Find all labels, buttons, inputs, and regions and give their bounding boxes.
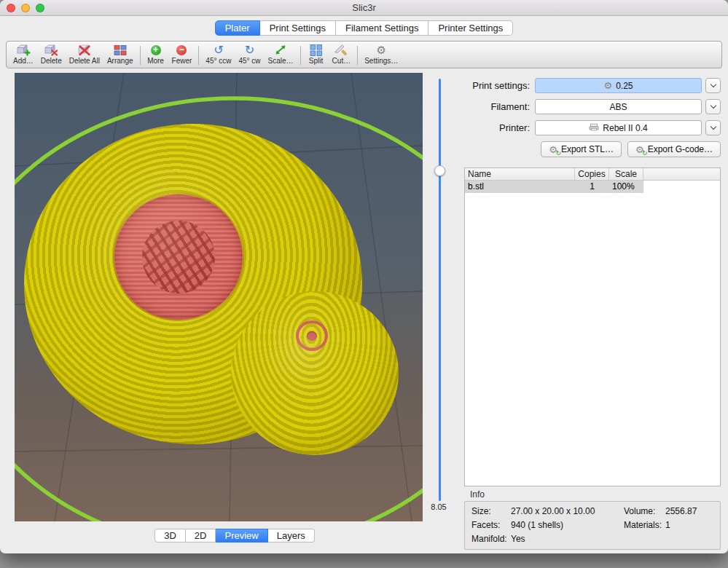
object-list: Name Copies Scale b.stl 1 100% (464, 167, 721, 486)
toolbar-cut-label: Cut… (332, 57, 351, 65)
toolbar-delete-all-button[interactable]: Delete All (66, 43, 103, 67)
toolbar-rotate-ccw-label: 45° ccw (206, 57, 231, 65)
toolbar-scale-button[interactable]: Scale… (265, 43, 297, 67)
layer-slider-track[interactable] (439, 79, 441, 501)
view-tab-2d[interactable]: 2D (186, 529, 216, 543)
facets-value: 940 (1 shells) (511, 518, 624, 532)
filament-dropdown-button[interactable] (705, 99, 721, 114)
toolbar-more-label: More (147, 57, 164, 65)
filament-value: ABS (609, 102, 627, 112)
volume-label: Volume: (624, 505, 665, 518)
toolbar-cut-button[interactable]: Cut… (329, 43, 355, 67)
chevron-down-icon (710, 82, 716, 87)
model-small-dome[interactable] (231, 291, 399, 455)
minimize-button[interactable] (21, 4, 30, 12)
printer-icon (589, 123, 599, 133)
print-settings-label: Print settings: (464, 80, 535, 91)
scale-arrows-icon (273, 44, 288, 56)
filament-row: Filament: ABS (464, 99, 721, 114)
split-icon (309, 44, 324, 56)
object-list-header: Name Copies Scale (465, 168, 720, 181)
print-settings-row: Print settings: ⚙ 0.25 (464, 78, 721, 93)
fewer-minus-icon: − (176, 44, 187, 56)
tab-print-settings[interactable]: Print Settings (260, 20, 336, 36)
view-tab-3d[interactable]: 3D (154, 529, 186, 543)
facets-label: Facets: (465, 518, 511, 532)
3d-viewport[interactable] (15, 73, 423, 521)
titlebar: Slic3r (0, 0, 728, 16)
printer-combobox[interactable]: Rebel II 0.4 (535, 120, 702, 135)
close-button[interactable] (7, 4, 15, 12)
printer-label: Printer: (464, 122, 535, 133)
toolbar-fewer-button[interactable]: − Fewer (168, 43, 196, 67)
fullscreen-button[interactable] (36, 4, 44, 12)
column-header-filler (643, 168, 720, 180)
toolbar-scale-label: Scale… (268, 57, 294, 65)
tab-printer-settings[interactable]: Printer Settings (428, 20, 513, 36)
export-buttons: ⚙↻ Export STL… ⚙↻ Export G-code… (464, 141, 721, 157)
export-stl-label: Export STL… (561, 144, 614, 154)
toolbar-rotate-ccw-button[interactable]: ↺ 45° ccw (202, 43, 235, 67)
info-row-manifold: Manifold: Yes (465, 532, 720, 546)
cell-scale: 100% (609, 181, 643, 193)
volume-value: 2556.87 (665, 505, 720, 518)
delete-all-icon (77, 44, 92, 56)
printer-value: Rebel II 0.4 (603, 123, 647, 133)
toolbar-arrange-button[interactable]: Arrange (103, 43, 137, 67)
main-tab-bar: Plater Print Settings Filament Settings … (0, 20, 728, 36)
toolbar-split-button[interactable]: Split (304, 43, 329, 67)
traffic-lights (7, 4, 44, 12)
column-header-name[interactable]: Name (465, 168, 575, 180)
tab-plater[interactable]: Plater (215, 20, 260, 36)
layer-slider-value: 8.05 (426, 502, 452, 511)
toolbar-separator (357, 46, 358, 65)
toolbar-delete-all-label: Delete All (69, 57, 100, 65)
print-settings-combobox[interactable]: ⚙ 0.25 (535, 78, 702, 93)
gear-icon: ⚙ (377, 44, 386, 56)
arrange-icon (113, 44, 128, 56)
add-box-icon (16, 44, 31, 56)
view-tab-bar: 3D 2D Preview Layers (31, 529, 439, 543)
view-tab-preview[interactable]: Preview (216, 529, 267, 543)
info-row-facets: Facets: 940 (1 shells) Materials: 1 (465, 518, 720, 532)
toolbar-delete-label: Delete (41, 57, 62, 65)
size-label: Size: (465, 505, 511, 518)
manifold-label: Manifold: (465, 532, 511, 546)
printer-dropdown-button[interactable] (705, 120, 721, 135)
more-plus-icon: + (151, 44, 161, 56)
layer-slider[interactable] (434, 79, 445, 501)
print-settings-dropdown-button[interactable] (705, 78, 721, 93)
rotate-ccw-icon: ↺ (214, 44, 223, 56)
view-tab-layers[interactable]: Layers (268, 529, 315, 543)
toolbar-separator (140, 46, 141, 65)
tab-filament-settings[interactable]: Filament Settings (336, 20, 428, 36)
materials-label: Materials: (624, 518, 665, 532)
toolbar-rotate-cw-button[interactable]: ↻ 45° cw (235, 43, 264, 67)
small-dome-shading (231, 291, 399, 455)
info-section-title: Info (470, 489, 721, 500)
toolbar-separator (300, 46, 301, 65)
cell-copies: 1 (575, 181, 609, 193)
layer-slider-thumb[interactable] (434, 165, 445, 176)
green-arrow-icon: ↻ (555, 150, 561, 157)
manifold-value: Yes (511, 532, 624, 546)
filament-combobox[interactable]: ABS (535, 99, 702, 114)
export-gcode-button[interactable]: ⚙↻ Export G-code… (627, 141, 721, 157)
green-arrow-icon: ↻ (642, 150, 648, 157)
table-row[interactable]: b.stl 1 100% (465, 181, 720, 193)
info-box: Size: 27.00 x 20.00 x 10.00 Volume: 2556… (464, 501, 721, 550)
toolbar-add-button[interactable]: Add… (9, 43, 37, 67)
export-gear-icon: ⚙↻ (549, 145, 557, 154)
export-gear-icon: ⚙↻ (635, 145, 644, 154)
column-header-copies[interactable]: Copies (575, 168, 609, 180)
empty-value (665, 532, 720, 546)
size-value: 27.00 x 20.00 x 10.00 (511, 505, 624, 518)
toolbar-more-button[interactable]: + More (144, 43, 168, 67)
column-header-scale[interactable]: Scale (609, 168, 643, 180)
toolbar: Add… Delete (6, 41, 722, 68)
toolbar-delete-button[interactable]: Delete (37, 43, 66, 67)
chevron-down-icon (710, 124, 716, 130)
export-stl-button[interactable]: ⚙↻ Export STL… (541, 141, 622, 157)
toolbar-settings-button[interactable]: ⚙ Settings… (361, 43, 402, 67)
filament-label: Filament: (464, 101, 535, 112)
